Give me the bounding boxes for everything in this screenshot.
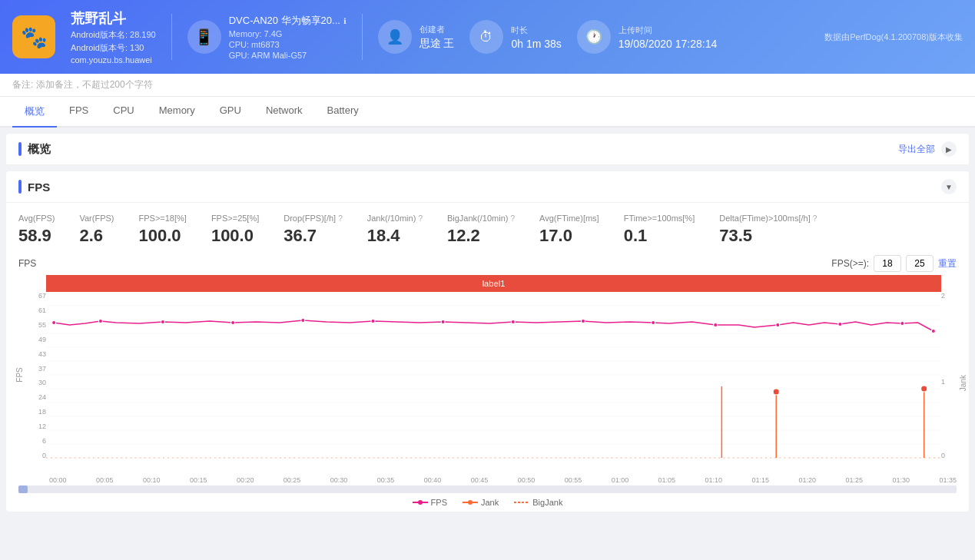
metric-jank-label: Jank(/10min) ?	[367, 214, 423, 223]
nav-battery[interactable]: Battery	[315, 97, 371, 128]
app-android-version: Android版本名: 28.190	[71, 29, 156, 41]
legend-bigjank: BigJank	[514, 498, 562, 507]
metric-delta-ftime-label: Delta(FTime)>100ms[/h] ?	[719, 214, 817, 223]
chart-legend: FPS Jank BigJank	[6, 493, 969, 512]
upload-icon: 🕐	[577, 20, 611, 54]
scrollbar-thumb[interactable]	[18, 485, 28, 493]
device-card: 📱 DVC-AN20 华为畅享20... ℹ Memory: 7.4G CPU:…	[187, 14, 347, 60]
svg-point-27	[900, 322, 904, 326]
device-info: DVC-AN20 华为畅享20... ℹ Memory: 7.4G CPU: m…	[229, 14, 347, 60]
overview-title: 概览	[18, 142, 51, 157]
duration-value: 0h 1m 38s	[511, 38, 561, 50]
device-name: DVC-AN20 华为畅享20... ℹ	[229, 14, 347, 28]
export-all-button[interactable]: 导出全部	[898, 143, 935, 156]
header: 🐾 荒野乱斗 Android版本名: 28.190 Android版本号: 13…	[0, 0, 975, 74]
reset-button[interactable]: 重置	[938, 257, 957, 270]
metric-delta-ftime-value: 73.5	[719, 226, 817, 246]
svg-point-25	[776, 323, 780, 327]
duration-label: 时长	[511, 25, 561, 36]
creator-stat: 👤 创建者 思途 王	[378, 20, 455, 54]
nav-memory[interactable]: Memory	[147, 97, 207, 128]
metric-jank-value: 18.4	[367, 226, 423, 246]
metric-drop-fps-value: 36.7	[284, 226, 342, 246]
svg-point-21	[511, 320, 515, 324]
svg-point-38	[468, 500, 473, 505]
svg-text:label1: label1	[483, 279, 506, 288]
metric-avg-fps: Avg(FPS) 58.9	[18, 214, 55, 246]
svg-point-20	[441, 320, 445, 324]
metric-avg-fps-label: Avg(FPS)	[18, 214, 55, 223]
upload-label: 上传时间	[618, 25, 717, 36]
creator-label: 创建者	[420, 24, 455, 35]
duration-stat: ⏱ 时长 0h 1m 38s	[469, 20, 561, 54]
metric-delta-ftime: Delta(FTime)>100ms[/h] ? 73.5	[719, 214, 817, 246]
legend-jank-icon	[463, 499, 478, 506]
legend-jank: Jank	[463, 498, 499, 507]
fps-title-bar	[18, 180, 22, 194]
nav-bar: 概览 FPS CPU Memory GPU Network Battery	[0, 97, 975, 128]
svg-point-22	[581, 320, 585, 323]
app-icon: 🐾	[12, 15, 55, 58]
metric-drop-fps: Drop(FPS)[/h] ? 36.7	[284, 214, 342, 246]
nav-overview[interactable]: 概览	[12, 97, 57, 128]
chart-controls: FPS FPS(>=): 重置	[6, 252, 969, 275]
svg-point-28	[931, 330, 935, 333]
metric-fps-18: FPS>=18[%] 100.0	[139, 214, 187, 246]
legend-jank-label: Jank	[481, 498, 499, 507]
fps-collapse-button[interactable]: ▼	[941, 179, 957, 194]
svg-point-23	[652, 321, 655, 325]
fps-filter: FPS(>=): 重置	[831, 255, 957, 272]
metric-ftime-100: FTime>=100ms[%] 0.1	[624, 214, 695, 246]
metric-var-fps-label: Var(FPS)	[79, 214, 114, 223]
svg-point-16	[161, 320, 164, 324]
nav-cpu[interactable]: CPU	[101, 97, 146, 128]
svg-point-32	[773, 389, 779, 395]
metric-bigjank-label: BigJank(/10min) ?	[447, 214, 515, 223]
jank-axis-label: Jank	[959, 375, 967, 391]
metric-fps-25-value: 100.0	[211, 226, 259, 246]
metric-fps-25: FPS>=25[%] 100.0	[211, 214, 259, 246]
creator-info: 创建者 思途 王	[420, 24, 455, 51]
y-axis-right: 2 1 0	[941, 292, 957, 459]
duration-icon: ⏱	[469, 20, 503, 54]
upload-value: 19/08/2020 17:28:14	[618, 38, 717, 50]
svg-point-14	[52, 321, 56, 325]
legend-fps-icon	[413, 499, 428, 506]
app-android-build: Android版本号: 130	[71, 42, 156, 54]
fps-axis-label: FPS	[15, 367, 24, 382]
metric-var-fps-value: 2.6	[79, 226, 114, 246]
svg-point-17	[231, 321, 235, 325]
metric-avg-ftime-label: Avg(FTime)[ms]	[539, 214, 599, 223]
svg-point-36	[418, 500, 423, 505]
chart-container: 67 61 55 49 43 37 30 24 18 12 6 0 FPS la…	[18, 275, 957, 475]
app-info: 荒野乱斗 Android版本名: 28.190 Android版本号: 130 …	[71, 9, 156, 65]
legend-fps-label: FPS	[431, 498, 447, 507]
chart-scrollbar[interactable]	[18, 485, 957, 493]
creator-icon: 👤	[378, 20, 412, 54]
fps-chart-svg: label1	[46, 275, 941, 475]
svg-point-18	[301, 319, 305, 323]
fps-threshold-2-input[interactable]	[906, 255, 934, 272]
metric-fps-18-value: 100.0	[139, 226, 187, 246]
fps-metrics-row: Avg(FPS) 58.9 Var(FPS) 2.6 FPS>=18[%] 10…	[6, 203, 969, 252]
data-source: 数据由PerfDog(4.1.200708)版本收集	[824, 31, 963, 43]
metric-ftime-100-value: 0.1	[624, 226, 695, 246]
legend-fps: FPS	[413, 498, 447, 507]
collapse-button[interactable]: ▶	[941, 141, 957, 157]
nav-network[interactable]: Network	[254, 97, 315, 128]
svg-point-26	[838, 323, 842, 326]
app-name: 荒野乱斗	[71, 9, 156, 28]
fps-threshold-1-input[interactable]	[874, 255, 901, 272]
metric-var-fps: Var(FPS) 2.6	[79, 214, 114, 246]
nav-gpu[interactable]: GPU	[207, 97, 254, 128]
svg-point-33	[921, 386, 927, 392]
notes-bar[interactable]: 备注: 添加备注，不超过200个字符	[0, 74, 975, 97]
svg-point-19	[371, 320, 375, 323]
chart-axis-label: FPS	[18, 258, 36, 269]
header-divider-1	[171, 14, 172, 60]
metric-avg-fps-value: 58.9	[18, 226, 55, 246]
metric-fps-25-label: FPS>=25[%]	[211, 214, 259, 223]
fps-title: FPS	[18, 180, 50, 194]
nav-fps[interactable]: FPS	[57, 97, 101, 128]
app-package: com.youzu.bs.huawei	[71, 55, 156, 65]
